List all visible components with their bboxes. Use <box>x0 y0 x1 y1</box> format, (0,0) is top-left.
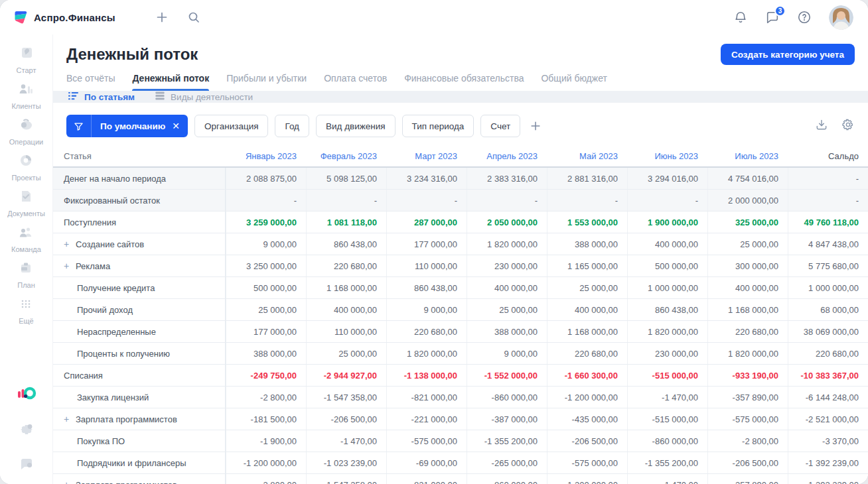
table-row[interactable]: Покупка ПО-1 900,00-1 470,00-575 000,00-… <box>53 430 868 452</box>
table-row[interactable]: Списания-249 750,00-2 944 927,00-1 138 0… <box>53 365 868 387</box>
filter-chip[interactable]: Организация <box>194 115 268 137</box>
sidebar-item-projects[interactable]: Проекты <box>7 150 45 186</box>
table-row[interactable]: +Зарплата программистов-181 500,00-206 5… <box>53 408 868 430</box>
cell-value: - <box>226 190 306 211</box>
sidebar-item-operations[interactable]: Операции <box>7 114 45 150</box>
brand[interactable]: Аспро.Финансы <box>12 9 115 25</box>
cell-value: -860 000,00 <box>627 430 707 452</box>
more-icon <box>18 296 34 314</box>
table-row[interactable]: +Зарплата программистов-3 800,00-1 547 3… <box>53 474 868 484</box>
table-row[interactable]: Получение кредита500 000,001 168 000,008… <box>53 277 868 299</box>
filter-chip[interactable]: Счет <box>480 115 520 137</box>
create-category-button[interactable]: Создать категорию учета <box>721 44 855 65</box>
cell-value: 860 438,00 <box>386 277 467 298</box>
cell-value: -2 800,00 <box>707 430 788 452</box>
cell-value: -6 144 248,00 <box>788 387 868 408</box>
sidebar-item-team[interactable]: Команда <box>7 221 45 257</box>
tab-report[interactable]: Финансовые обязательства <box>404 73 524 91</box>
column-month[interactable]: Февраль 2023 <box>306 151 386 161</box>
cell-value: -206 500,00 <box>306 408 386 430</box>
cell-value: -821 000,00 <box>386 474 467 484</box>
row-label: +Зарплата программистов <box>53 408 226 430</box>
user-avatar[interactable] <box>829 5 853 30</box>
table-row[interactable]: +Реклама3 250 000,00220 680,00110 000,00… <box>53 255 868 277</box>
cell-value: 1 168 000,00 <box>547 321 627 342</box>
sidebar-item-plan[interactable]: План <box>7 257 45 293</box>
cell-value: -206 500,00 <box>707 452 788 473</box>
cell-value: 500 000,00 <box>226 277 306 298</box>
search-icon[interactable] <box>187 11 200 24</box>
plan-icon <box>18 260 34 278</box>
filter-chip[interactable]: Вид движения <box>316 115 396 137</box>
subtab[interactable]: Виды деятельности <box>155 91 253 103</box>
support-chat-icon[interactable] <box>19 456 35 475</box>
subtab[interactable]: По статьям <box>68 91 135 103</box>
sidebar-item-label: Команда <box>11 245 41 253</box>
documents-icon <box>18 188 34 207</box>
expand-plus-icon[interactable]: + <box>64 414 70 424</box>
column-month[interactable]: Июнь 2023 <box>627 151 707 161</box>
tab-report[interactable]: Оплата счетов <box>324 73 387 91</box>
table-row[interactable]: Фиксированный остаток------2 000 000,00- <box>53 190 868 212</box>
sidebar-item-clients[interactable]: Клиенты <box>7 78 45 114</box>
column-month[interactable]: Март 2023 <box>386 151 467 161</box>
column-month[interactable]: Январь 2023 <box>226 151 306 161</box>
table-row[interactable]: Подрядчики и фрилансеры-1 200 000,00-1 0… <box>53 452 868 474</box>
cell-value: 230 000,00 <box>467 255 547 276</box>
cell-value: -860 000,00 <box>467 387 547 408</box>
table-row[interactable]: Проценты к получению388 000,0025 000,001… <box>53 343 868 365</box>
cell-value: 287 000,00 <box>386 212 467 233</box>
sort-lines-icon <box>68 91 79 103</box>
cell-value: 1 165 000,00 <box>547 255 627 276</box>
download-icon[interactable] <box>815 118 828 134</box>
column-month[interactable]: Июль 2023 <box>707 151 788 161</box>
add-filter-icon[interactable] <box>530 120 542 132</box>
notifications-bell-icon[interactable] <box>733 10 748 25</box>
messages-icon[interactable]: 3 <box>765 10 780 25</box>
sidebar-item-start[interactable]: Старт <box>7 42 45 78</box>
cell-value: 388 000,00 <box>547 233 627 255</box>
expand-plus-icon[interactable]: + <box>64 239 70 249</box>
table-row[interactable]: Нераспределенные177 000,00110 000,00220 … <box>53 321 868 343</box>
active-filter-pill[interactable]: По умолчанию ✕ <box>66 115 188 137</box>
settings-gear-icon[interactable] <box>19 422 35 440</box>
table-row[interactable]: +Создание сайтов9 000,00860 438,00177 00… <box>53 233 868 255</box>
create-plus-icon[interactable] <box>155 11 169 24</box>
table-row[interactable]: Поступления3 259 000,001 081 118,00287 0… <box>53 212 868 233</box>
tab-report[interactable]: Общий бюджет <box>541 73 607 91</box>
cell-value: -1 470,00 <box>306 430 386 452</box>
filter-chip[interactable]: Тип периода <box>402 115 474 137</box>
cell-value: 400 000,00 <box>467 277 547 298</box>
cell-value: 2 088 875,00 <box>226 168 306 189</box>
aspro-logo-icon[interactable] <box>17 386 36 406</box>
messages-badge: 3 <box>774 5 786 17</box>
filter-chip[interactable]: Год <box>275 115 309 137</box>
row-label: Получение кредита <box>53 277 226 298</box>
cell-value: -1 138 000,00 <box>386 365 467 386</box>
sidebar-item-documents[interactable]: Документы <box>7 186 45 221</box>
cell-value: 4 754 016,00 <box>707 168 788 189</box>
cell-value: -357 890,00 <box>707 474 788 484</box>
clear-filter-icon[interactable]: ✕ <box>171 121 188 131</box>
cell-value: 4 847 438,00 <box>788 233 868 255</box>
filter-row: По умолчанию ✕ ОрганизацияГодВид движени… <box>53 103 868 137</box>
column-month[interactable]: Май 2023 <box>547 151 627 161</box>
start-icon <box>18 45 34 64</box>
table-row[interactable]: Денег на начало периода2 088 875,005 098… <box>53 168 868 190</box>
tab-report[interactable]: Прибыли и убытки <box>226 73 307 91</box>
cell-value: 1 820 000,00 <box>467 233 547 255</box>
row-label: Поступления <box>53 212 226 233</box>
tab-active[interactable]: Денежный поток <box>132 73 209 91</box>
column-month[interactable]: Апрель 2023 <box>467 151 547 161</box>
table-row[interactable]: Прочий доход25 000,00400 000,009 000,002… <box>53 299 868 321</box>
cell-value: 9 000,00 <box>467 343 547 364</box>
sidebar-item-more[interactable]: Ещё <box>7 293 45 329</box>
expand-plus-icon[interactable]: + <box>64 261 70 271</box>
cell-value: - <box>788 168 868 189</box>
table-row[interactable]: Закупка лицензий-2 800,00-1 547 358,00-8… <box>53 387 868 408</box>
help-icon[interactable] <box>797 10 812 25</box>
expand-plus-icon[interactable]: + <box>64 480 70 484</box>
cell-value: 220 680,00 <box>386 321 467 342</box>
tab-report[interactable]: Все отчёты <box>66 73 115 91</box>
table-settings-gear-icon[interactable] <box>841 118 855 134</box>
